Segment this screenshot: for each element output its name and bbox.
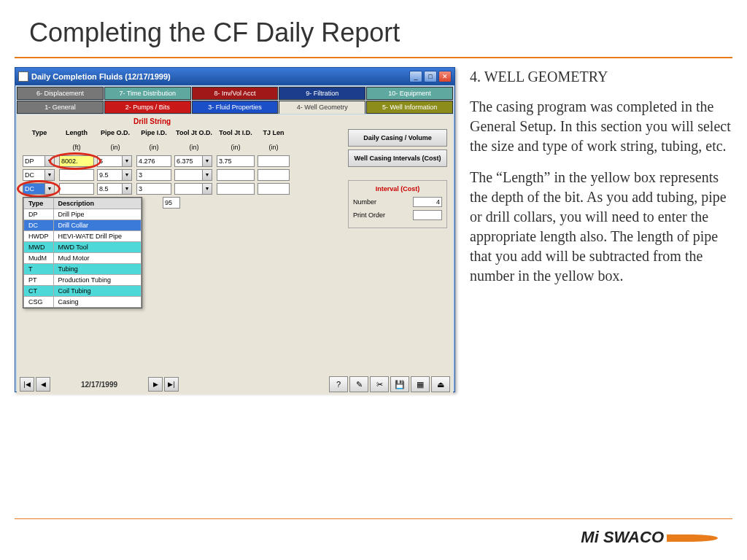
od-dropdown[interactable]: ▼ [97, 155, 133, 167]
chevron-down-icon: ▼ [202, 155, 212, 167]
tjod-dropdown[interactable]: ▼ [174, 155, 214, 167]
app-icon [18, 71, 28, 82]
print-order-input[interactable] [413, 210, 442, 220]
number-input[interactable] [413, 197, 442, 207]
type-option[interactable]: PTProduction Tubing [24, 275, 142, 286]
nav-first-button[interactable]: |◀ [20, 377, 34, 392]
tab-filtration[interactable]: 9- Filtration [279, 87, 365, 100]
slide-title: Completing the CF Daily Report [0, 0, 747, 57]
type-dropdown[interactable]: ▼ [23, 169, 56, 181]
section-title: Drill String [133, 117, 171, 125]
tjlen-input[interactable] [258, 183, 290, 195]
logo: Mi SWACO [581, 528, 718, 547]
nav-prev-button[interactable]: ◀ [36, 377, 50, 392]
grid-row-2: ▼ ▼ ▼ [23, 169, 290, 181]
explain-p2: The “Length” in the yellow box represent… [470, 168, 732, 286]
tab-time-dist[interactable]: 7- Time Distribution [104, 87, 191, 100]
explanation-panel: 4. WELL GEOMETRY The casing program was … [470, 67, 732, 392]
explain-heading: 4. WELL GEOMETRY [470, 67, 732, 87]
od-dropdown[interactable]: ▼ [97, 183, 133, 195]
type-option[interactable]: DCDrill Collar [24, 220, 142, 231]
tool-icon[interactable]: ✎ [349, 376, 368, 392]
id-input[interactable] [136, 169, 171, 181]
minimize-button[interactable]: _ [409, 71, 422, 82]
length-input[interactable] [59, 183, 94, 195]
chevron-down-icon: ▼ [202, 169, 212, 181]
tjlen-input[interactable] [258, 169, 290, 181]
swoosh-icon [667, 534, 718, 542]
nav-last-button[interactable]: ▶| [164, 377, 179, 392]
tab-well-info[interactable]: 5- Well Information [366, 101, 453, 114]
grid-row-3: ▼ ▼ ▼ [23, 183, 290, 195]
chevron-down-icon: ▼ [44, 183, 55, 195]
chevron-down-icon: ▼ [122, 155, 132, 167]
tjlen-input[interactable] [258, 155, 290, 167]
tab-pumps[interactable]: 2- Pumps / Bits [104, 101, 191, 114]
tab-equipment[interactable]: 10- Equipment [366, 87, 453, 100]
type-option[interactable]: CTCoil Tubing [24, 286, 142, 297]
type-dropdown[interactable]: ▼ [23, 155, 56, 167]
type-dropdown-popup[interactable]: TypeDescription DPDrill PipeDCDrill Coll… [23, 197, 142, 308]
close-button[interactable]: ✕ [438, 71, 452, 82]
tjod-dropdown[interactable]: ▼ [174, 169, 214, 181]
type-option[interactable]: CSGCasing [24, 297, 142, 308]
cut-icon[interactable]: ✂ [370, 376, 389, 392]
tab-general[interactable]: 1- General [17, 101, 104, 114]
save-icon[interactable]: 💾 [390, 376, 409, 392]
length-input[interactable] [59, 169, 94, 181]
tab-displacement[interactable]: 6- Displacement [17, 87, 104, 100]
nav-date: 12/17/1999 [52, 381, 147, 389]
app-window: Daily Completion Fluids (12/17/1999) _ □… [15, 67, 455, 392]
chevron-down-icon: ▼ [122, 183, 132, 195]
type-option[interactable]: MWDMWD Tool [24, 242, 142, 253]
chevron-down-icon: ▼ [122, 169, 132, 181]
tjod-dropdown[interactable]: ▼ [174, 183, 214, 195]
nav-next-button[interactable]: ▶ [148, 377, 163, 392]
od-dropdown[interactable]: ▼ [97, 169, 133, 181]
type-option[interactable]: TTubing [24, 264, 142, 275]
tab-inv-vol[interactable]: 8- Inv/Vol Acct [192, 87, 279, 100]
daily-casing-button[interactable]: Daily Casing / Volume [348, 129, 447, 147]
explain-p1: The casing program was completed in the … [470, 97, 732, 156]
divider [15, 57, 732, 58]
interval-cost-box: Interval (Cost) Number Print Order [348, 180, 447, 228]
type-dropdown[interactable]: ▼ [23, 183, 56, 195]
calc-icon[interactable]: ▦ [411, 376, 430, 392]
tab-well-geometry[interactable]: 4- Well Geometry [279, 101, 365, 114]
grid-row-1: ▼ ▼ ▼ [23, 155, 290, 167]
type-option[interactable]: MudMMud Motor [24, 253, 142, 264]
chevron-down-icon: ▼ [44, 155, 55, 167]
tjid-input[interactable] [217, 183, 255, 195]
extra-id-input[interactable] [163, 197, 180, 209]
id-input[interactable] [136, 183, 171, 195]
footer-divider [15, 518, 732, 519]
well-geometry-panel: Drill String Type Length Pipe O.D. Pipe … [17, 114, 453, 374]
help-icon[interactable]: ? [329, 376, 348, 392]
grid-rows: ▼ ▼ ▼ ▼ ▼ ▼ [23, 155, 290, 197]
chevron-down-icon: ▼ [44, 169, 55, 181]
grid-units: (ft) (in) (in) (in) (in) (in) [23, 144, 290, 151]
window-title: Daily Completion Fluids (12/17/1999) [31, 72, 409, 81]
exit-icon[interactable]: ⏏ [431, 376, 450, 392]
interval-title: Interval (Cost) [353, 185, 442, 192]
id-input[interactable] [136, 155, 171, 167]
casing-intervals-button[interactable]: Well Casing Intervals (Cost) [348, 149, 447, 167]
chevron-down-icon: ▼ [202, 183, 212, 195]
maximize-button[interactable]: □ [424, 71, 437, 82]
length-input[interactable] [59, 155, 94, 167]
nav-bar: |◀ ◀ 12/17/1999 ▶ ▶| ? ✎ ✂ 💾 ▦ ⏏ [17, 374, 453, 394]
grid-headers: Type Length Pipe O.D. Pipe I.D. Tool Jt … [23, 129, 290, 136]
tjid-input[interactable] [217, 169, 255, 181]
type-option[interactable]: HWDPHEVI-WATE Drill Pipe [24, 231, 142, 242]
type-option[interactable]: DPDrill Pipe [24, 209, 142, 220]
tjid-input[interactable] [217, 155, 255, 167]
titlebar[interactable]: Daily Completion Fluids (12/17/1999) _ □… [15, 68, 454, 85]
tab-fluid[interactable]: 3- Fluid Properties [192, 101, 279, 114]
